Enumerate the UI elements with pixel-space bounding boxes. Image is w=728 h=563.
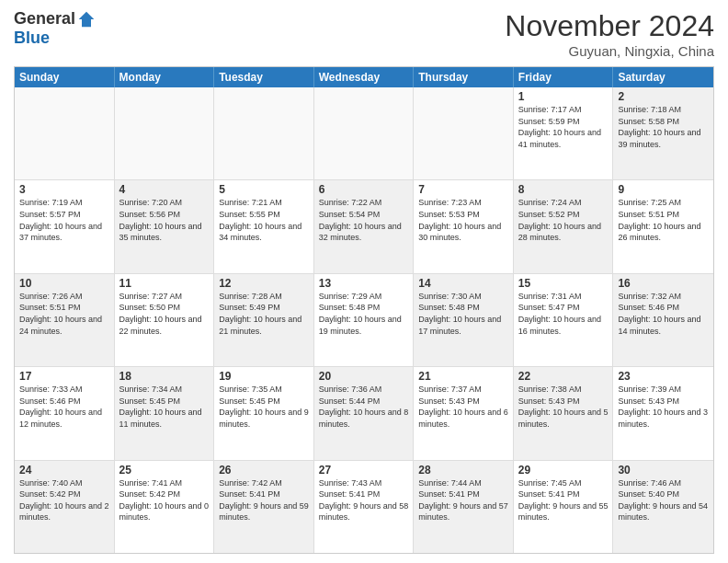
calendar-cell-5: 5Sunrise: 7:21 AMSunset: 5:55 PMDaylight…: [214, 180, 314, 272]
day-number: 16: [618, 277, 709, 290]
cell-info: Sunrise: 7:35 AMSunset: 5:45 PMDaylight:…: [219, 384, 309, 430]
header-day-monday: Monday: [115, 67, 215, 87]
calendar-cell-19: 19Sunrise: 7:35 AMSunset: 5:45 PMDayligh…: [214, 367, 314, 459]
cell-info: Sunrise: 7:45 AMSunset: 5:41 PMDaylight:…: [518, 477, 609, 523]
calendar-cell-21: 21Sunrise: 7:37 AMSunset: 5:43 PMDayligh…: [414, 367, 514, 459]
day-number: 7: [418, 183, 508, 196]
cell-info: Sunrise: 7:28 AMSunset: 5:49 PMDaylight:…: [219, 291, 309, 337]
month-title: November 2024: [505, 9, 714, 43]
day-number: 25: [119, 464, 210, 477]
logo-general-text: General: [14, 9, 75, 29]
day-number: 2: [618, 90, 709, 103]
calendar-row-3: 17Sunrise: 7:33 AMSunset: 5:46 PMDayligh…: [15, 367, 713, 460]
header-day-wednesday: Wednesday: [314, 67, 415, 87]
calendar-cell-4: 4Sunrise: 7:20 AMSunset: 5:56 PMDaylight…: [115, 180, 215, 272]
calendar-row-2: 10Sunrise: 7:26 AMSunset: 5:51 PMDayligh…: [15, 274, 713, 367]
header: General Blue November 2024 Guyuan, Ningx…: [14, 9, 714, 59]
calendar-cell-7: 7Sunrise: 7:23 AMSunset: 5:53 PMDaylight…: [414, 180, 514, 272]
cell-info: Sunrise: 7:33 AMSunset: 5:46 PMDaylight:…: [19, 384, 109, 430]
cell-info: Sunrise: 7:39 AMSunset: 5:43 PMDaylight:…: [618, 384, 709, 430]
day-number: 13: [319, 277, 409, 290]
calendar-cell-9: 9Sunrise: 7:25 AMSunset: 5:51 PMDaylight…: [613, 180, 713, 272]
day-number: 4: [119, 183, 210, 196]
day-number: 9: [618, 183, 709, 196]
day-number: 30: [618, 464, 709, 477]
day-number: 5: [219, 183, 309, 196]
day-number: 21: [418, 370, 508, 383]
calendar-row-4: 24Sunrise: 7:40 AMSunset: 5:42 PMDayligh…: [15, 461, 713, 553]
calendar-cell-29: 29Sunrise: 7:45 AMSunset: 5:41 PMDayligh…: [514, 461, 614, 553]
header-day-sunday: Sunday: [15, 67, 115, 87]
calendar-cell-25: 25Sunrise: 7:41 AMSunset: 5:42 PMDayligh…: [115, 461, 215, 553]
svg-marker-0: [79, 11, 95, 27]
day-number: 11: [119, 277, 210, 290]
logo: General Blue: [14, 9, 96, 48]
calendar-cell-27: 27Sunrise: 7:43 AMSunset: 5:41 PMDayligh…: [314, 461, 415, 553]
calendar-cell-23: 23Sunrise: 7:39 AMSunset: 5:43 PMDayligh…: [613, 367, 713, 459]
calendar-cell-20: 20Sunrise: 7:36 AMSunset: 5:44 PMDayligh…: [314, 367, 415, 459]
calendar-cell-empty-0-0: [15, 87, 115, 179]
header-day-tuesday: Tuesday: [214, 67, 314, 87]
day-number: 17: [19, 370, 109, 383]
calendar-cell-26: 26Sunrise: 7:42 AMSunset: 5:41 PMDayligh…: [214, 461, 314, 553]
calendar-cell-16: 16Sunrise: 7:32 AMSunset: 5:46 PMDayligh…: [613, 274, 713, 366]
cell-info: Sunrise: 7:26 AMSunset: 5:51 PMDaylight:…: [19, 291, 109, 337]
cell-info: Sunrise: 7:41 AMSunset: 5:42 PMDaylight:…: [119, 477, 210, 523]
cell-info: Sunrise: 7:18 AMSunset: 5:58 PMDaylight:…: [618, 104, 709, 150]
day-number: 22: [518, 370, 609, 383]
calendar-cell-11: 11Sunrise: 7:27 AMSunset: 5:50 PMDayligh…: [115, 274, 215, 366]
calendar: SundayMondayTuesdayWednesdayThursdayFrid…: [14, 66, 714, 554]
calendar-cell-2: 2Sunrise: 7:18 AMSunset: 5:58 PMDaylight…: [613, 87, 713, 179]
day-number: 14: [418, 277, 508, 290]
calendar-cell-10: 10Sunrise: 7:26 AMSunset: 5:51 PMDayligh…: [15, 274, 115, 366]
day-number: 1: [518, 90, 609, 103]
day-number: 6: [319, 183, 409, 196]
cell-info: Sunrise: 7:30 AMSunset: 5:48 PMDaylight:…: [418, 291, 508, 337]
day-number: 20: [319, 370, 409, 383]
cell-info: Sunrise: 7:24 AMSunset: 5:52 PMDaylight:…: [518, 197, 609, 243]
calendar-cell-1: 1Sunrise: 7:17 AMSunset: 5:59 PMDaylight…: [514, 87, 614, 179]
calendar-cell-6: 6Sunrise: 7:22 AMSunset: 5:54 PMDaylight…: [314, 180, 415, 272]
calendar-cell-17: 17Sunrise: 7:33 AMSunset: 5:46 PMDayligh…: [15, 367, 115, 459]
day-number: 28: [418, 464, 508, 477]
location: Guyuan, Ningxia, China: [505, 43, 714, 59]
header-day-thursday: Thursday: [414, 67, 514, 87]
cell-info: Sunrise: 7:32 AMSunset: 5:46 PMDaylight:…: [618, 291, 709, 337]
cell-info: Sunrise: 7:37 AMSunset: 5:43 PMDaylight:…: [418, 384, 508, 430]
calendar-cell-18: 18Sunrise: 7:34 AMSunset: 5:45 PMDayligh…: [115, 367, 215, 459]
day-number: 8: [518, 183, 609, 196]
cell-info: Sunrise: 7:46 AMSunset: 5:40 PMDaylight:…: [618, 477, 709, 523]
day-number: 29: [518, 464, 609, 477]
calendar-row-1: 3Sunrise: 7:19 AMSunset: 5:57 PMDaylight…: [15, 180, 713, 273]
cell-info: Sunrise: 7:22 AMSunset: 5:54 PMDaylight:…: [319, 197, 409, 243]
cell-info: Sunrise: 7:42 AMSunset: 5:41 PMDaylight:…: [219, 477, 309, 523]
calendar-cell-8: 8Sunrise: 7:24 AMSunset: 5:52 PMDaylight…: [514, 180, 614, 272]
cell-info: Sunrise: 7:20 AMSunset: 5:56 PMDaylight:…: [119, 197, 210, 243]
day-number: 24: [19, 464, 109, 477]
cell-info: Sunrise: 7:29 AMSunset: 5:48 PMDaylight:…: [319, 291, 409, 337]
day-number: 23: [618, 370, 709, 383]
cell-info: Sunrise: 7:40 AMSunset: 5:42 PMDaylight:…: [19, 477, 109, 523]
calendar-cell-13: 13Sunrise: 7:29 AMSunset: 5:48 PMDayligh…: [314, 274, 415, 366]
header-day-saturday: Saturday: [613, 67, 713, 87]
cell-info: Sunrise: 7:31 AMSunset: 5:47 PMDaylight:…: [518, 291, 609, 337]
calendar-cell-28: 28Sunrise: 7:44 AMSunset: 5:41 PMDayligh…: [414, 461, 514, 553]
calendar-cell-15: 15Sunrise: 7:31 AMSunset: 5:47 PMDayligh…: [514, 274, 614, 366]
cell-info: Sunrise: 7:38 AMSunset: 5:43 PMDaylight:…: [518, 384, 609, 430]
calendar-cell-empty-0-3: [314, 87, 415, 179]
calendar-cell-empty-0-1: [115, 87, 215, 179]
calendar-header: SundayMondayTuesdayWednesdayThursdayFrid…: [15, 67, 713, 87]
logo-icon: [77, 10, 96, 29]
calendar-cell-empty-0-2: [214, 87, 314, 179]
cell-info: Sunrise: 7:17 AMSunset: 5:59 PMDaylight:…: [518, 104, 609, 150]
cell-info: Sunrise: 7:27 AMSunset: 5:50 PMDaylight:…: [119, 291, 210, 337]
day-number: 10: [19, 277, 109, 290]
day-number: 26: [219, 464, 309, 477]
calendar-cell-22: 22Sunrise: 7:38 AMSunset: 5:43 PMDayligh…: [514, 367, 614, 459]
page: General Blue November 2024 Guyuan, Ningx…: [0, 0, 728, 563]
calendar-body: 1Sunrise: 7:17 AMSunset: 5:59 PMDaylight…: [15, 87, 713, 553]
logo-blue-text: Blue: [14, 29, 50, 48]
day-number: 3: [19, 183, 109, 196]
cell-info: Sunrise: 7:23 AMSunset: 5:53 PMDaylight:…: [418, 197, 508, 243]
calendar-cell-3: 3Sunrise: 7:19 AMSunset: 5:57 PMDaylight…: [15, 180, 115, 272]
